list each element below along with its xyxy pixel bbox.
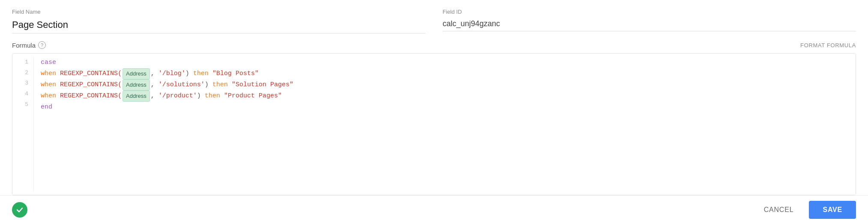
field-name-label: Field Name bbox=[12, 9, 425, 15]
str-solutionpages: "Solution Pages" bbox=[232, 79, 293, 91]
line-num-1: 1 bbox=[19, 57, 28, 68]
code-line-3: when REGEXP_CONTAINS(Address, '/solution… bbox=[41, 79, 849, 91]
code-editor[interactable]: 1 2 3 4 5 case when REGEXP_CONTAINS(Addr… bbox=[12, 54, 856, 195]
fn-regexp-1: REGEXP_CONTAINS( bbox=[60, 68, 122, 79]
formula-label: Formula ? bbox=[12, 41, 46, 49]
line-num-5: 5 bbox=[19, 100, 28, 110]
line-num-3: 3 bbox=[19, 78, 28, 89]
line-num-4: 4 bbox=[19, 89, 28, 100]
field-name-group: Field Name bbox=[12, 9, 425, 33]
field-id-group: Field ID bbox=[443, 9, 856, 33]
address-tag-1[interactable]: Address bbox=[123, 68, 150, 79]
format-formula-button[interactable]: FORMAT FORMULA bbox=[800, 42, 856, 48]
field-id-label: Field ID bbox=[443, 9, 856, 15]
keyword-then-2: then bbox=[213, 79, 232, 91]
field-row: Field Name Field ID bbox=[12, 9, 856, 33]
code-line-4: when REGEXP_CONTAINS(Address, '/product'… bbox=[41, 91, 849, 102]
punct-3: , bbox=[151, 91, 159, 102]
str-productpages: "Product Pages" bbox=[224, 91, 282, 102]
code-line-5: end bbox=[41, 102, 849, 113]
keyword-when-3: when bbox=[41, 91, 60, 102]
punct-3b: ) bbox=[197, 91, 205, 102]
footer-actions: CANCEL SAVE bbox=[755, 201, 856, 219]
punct-1: , bbox=[151, 68, 159, 79]
validation-check-icon bbox=[12, 202, 27, 218]
keyword-then-1: then bbox=[193, 68, 213, 79]
code-line-1: case bbox=[41, 57, 849, 68]
punct-2: , bbox=[151, 79, 159, 91]
cancel-button[interactable]: CANCEL bbox=[755, 202, 802, 218]
footer-bar: CANCEL SAVE bbox=[0, 195, 868, 224]
formula-row: Formula ? FORMAT FORMULA bbox=[12, 41, 856, 49]
field-name-input[interactable] bbox=[12, 17, 425, 33]
save-button[interactable]: SAVE bbox=[809, 201, 856, 219]
address-tag-3[interactable]: Address bbox=[123, 91, 150, 102]
punct-1b: ) bbox=[186, 68, 193, 79]
fn-regexp-3: REGEXP_CONTAINS( bbox=[60, 91, 122, 102]
field-id-input[interactable] bbox=[443, 17, 856, 31]
keyword-then-3: then bbox=[205, 91, 224, 102]
str-product: '/product' bbox=[159, 91, 197, 102]
address-tag-2[interactable]: Address bbox=[123, 79, 150, 91]
str-solutions: '/solutions' bbox=[159, 79, 205, 91]
keyword-when-2: when bbox=[41, 79, 60, 91]
keyword-when-1: when bbox=[41, 68, 60, 79]
formula-text: Formula bbox=[12, 42, 36, 49]
code-lines: case when REGEXP_CONTAINS(Address, '/blo… bbox=[34, 57, 856, 191]
code-line-2: when REGEXP_CONTAINS(Address, '/blog') t… bbox=[41, 68, 849, 79]
str-blog: '/blog' bbox=[159, 68, 186, 79]
main-content: Field Name Field ID Formula ? FORMAT FOR… bbox=[0, 0, 868, 195]
keyword-end: end bbox=[41, 102, 52, 113]
code-editor-container: 1 2 3 4 5 case when REGEXP_CONTAINS(Addr… bbox=[12, 53, 856, 195]
line-numbers: 1 2 3 4 5 bbox=[12, 57, 34, 191]
punct-2b: ) bbox=[205, 79, 213, 91]
keyword-case: case bbox=[41, 57, 56, 68]
help-icon[interactable]: ? bbox=[38, 41, 46, 49]
str-blogposts: "Blog Posts" bbox=[213, 68, 259, 79]
fn-regexp-2: REGEXP_CONTAINS( bbox=[60, 79, 122, 91]
line-num-2: 2 bbox=[19, 68, 28, 79]
